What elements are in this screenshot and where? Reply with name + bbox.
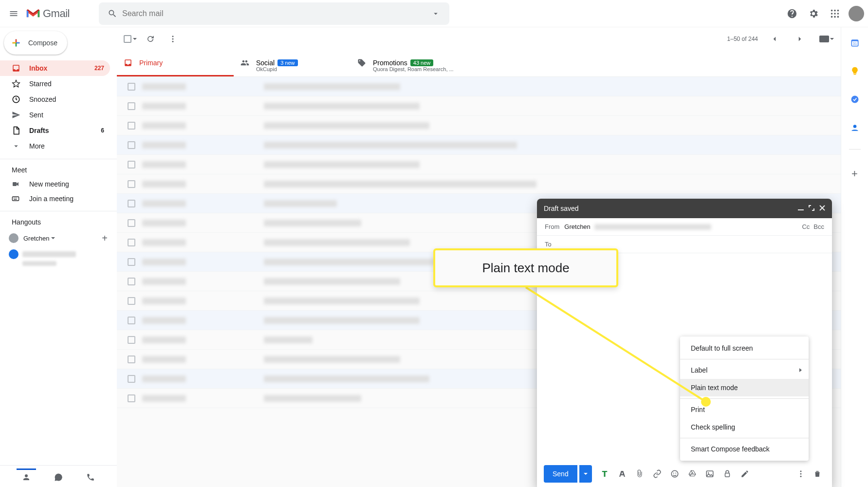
hangouts-user-row[interactable]: Gretchen + (0, 229, 117, 247)
sidebar-item-snoozed[interactable]: Snoozed (0, 92, 110, 107)
meet-new-meeting[interactable]: New meeting (0, 177, 117, 191)
checkbox-icon[interactable] (128, 180, 135, 188)
menu-item-label[interactable]: Label (680, 361, 809, 379)
search-options-button[interactable] (426, 4, 445, 23)
contacts-addon[interactable] (845, 118, 865, 137)
checkbox-icon[interactable] (128, 278, 135, 285)
checkbox-icon[interactable] (128, 219, 135, 227)
svg-point-20 (172, 41, 174, 42)
redacted-subject (264, 375, 429, 382)
newer-button[interactable] (766, 30, 783, 48)
person-icon (22, 473, 31, 482)
compose-plus-icon (11, 37, 21, 48)
tab-promotions[interactable]: Promotions43 newQuora Digest, Roam Resea… (351, 51, 467, 76)
text-style-button[interactable] (614, 466, 630, 482)
send-options-button[interactable] (579, 465, 592, 483)
checkbox-icon[interactable] (128, 375, 135, 383)
checkbox-icon[interactable] (128, 122, 135, 130)
link-button[interactable] (649, 466, 665, 482)
confidential-button[interactable] (720, 466, 735, 482)
menu-item-label: Check spelling (691, 423, 735, 431)
checkbox-icon[interactable] (128, 317, 135, 324)
sidebar-item-more[interactable]: More (0, 138, 110, 154)
drive-button[interactable] (684, 466, 700, 482)
compose-button[interactable]: Compose (4, 31, 67, 55)
checkbox-icon[interactable] (128, 239, 135, 246)
menu-item-default-to-full-screen[interactable]: Default to full screen (680, 339, 809, 357)
input-tools-button[interactable] (816, 30, 834, 48)
attach-button[interactable] (632, 466, 647, 482)
checkbox-icon[interactable] (128, 102, 135, 110)
phone-tab-button[interactable] (81, 468, 100, 484)
image-button[interactable] (702, 466, 718, 482)
older-button[interactable] (791, 30, 809, 48)
mail-row[interactable] (117, 155, 841, 174)
contacts-icon (850, 123, 860, 132)
tab-social[interactable]: Social3 newOkCupid (234, 51, 351, 76)
checkbox-icon[interactable] (128, 200, 135, 207)
select-all-checkbox[interactable] (124, 35, 137, 43)
bcc-button[interactable]: Bcc (813, 223, 824, 230)
get-addons-button[interactable]: + (845, 164, 865, 184)
mail-row[interactable] (117, 96, 841, 116)
tab-primary[interactable]: Primary (117, 51, 234, 76)
checkbox-icon[interactable] (128, 161, 135, 169)
send-button[interactable]: Send (544, 465, 577, 483)
sidebar-item-drafts[interactable]: Drafts 6 (0, 123, 110, 138)
refresh-button[interactable] (142, 30, 159, 48)
sidebar-item-inbox[interactable]: Inbox 227 (0, 60, 110, 76)
settings-button[interactable] (804, 4, 823, 23)
signature-button[interactable] (737, 466, 753, 482)
search-icon[interactable] (103, 4, 122, 23)
meet-join-a-meeting[interactable]: Join a meeting (0, 191, 117, 206)
main-menu-button[interactable] (4, 4, 23, 23)
checkbox-icon[interactable] (128, 83, 135, 91)
mail-row[interactable] (117, 135, 841, 155)
calendar-addon[interactable]: 31 (845, 33, 865, 53)
search-bar[interactable] (99, 2, 449, 25)
apps-button[interactable] (825, 4, 845, 23)
more-options-button[interactable] (793, 466, 809, 482)
hangouts-contact[interactable] (9, 249, 117, 259)
sidebar-item-sent[interactable]: Sent (0, 107, 110, 123)
compose-header[interactable]: Draft saved (537, 199, 832, 218)
chat-tab-button[interactable] (17, 468, 36, 484)
menu-item-plain-text-mode[interactable]: Plain text mode (680, 379, 809, 396)
account-avatar[interactable] (849, 6, 864, 21)
minimize-button[interactable] (798, 205, 804, 212)
sidebar-item-starred[interactable]: Starred (0, 76, 110, 92)
checkbox-icon[interactable] (128, 141, 135, 149)
checkbox-icon[interactable] (128, 336, 135, 344)
checkbox-icon[interactable] (128, 258, 135, 266)
keep-addon[interactable] (845, 61, 865, 81)
formatting-button[interactable] (597, 466, 612, 482)
more-button[interactable] (164, 30, 182, 48)
checkbox-icon[interactable] (128, 297, 135, 305)
nav-label: Starred (29, 80, 104, 88)
menu-separator (680, 398, 809, 399)
mail-row[interactable] (117, 77, 841, 96)
from-row[interactable]: From Gretchen Cc Bcc (537, 218, 832, 236)
more-vert-icon (796, 469, 805, 478)
mail-row[interactable] (117, 174, 841, 194)
search-input[interactable] (122, 9, 426, 18)
discard-button[interactable] (810, 466, 825, 482)
checkbox-icon[interactable] (128, 356, 135, 363)
nav-label: Sent (29, 111, 104, 119)
menu-item-check-spelling[interactable]: Check spelling (680, 418, 809, 436)
gmail-logo[interactable]: Gmail (25, 7, 70, 20)
checkbox-icon[interactable] (128, 394, 135, 402)
menu-item-print[interactable]: Print (680, 401, 809, 418)
fullscreen-button[interactable] (809, 205, 814, 212)
mail-row[interactable] (117, 116, 841, 135)
close-button[interactable] (819, 205, 825, 212)
support-button[interactable] (782, 4, 802, 23)
emoji-button[interactable] (667, 466, 683, 482)
tasks-addon[interactable] (845, 90, 865, 109)
new-chat-button[interactable]: + (98, 232, 111, 244)
redacted-sender (142, 181, 186, 187)
hangouts-tab-button[interactable] (49, 468, 68, 484)
cc-button[interactable]: Cc (802, 223, 810, 230)
menu-item-smart-compose-feedback[interactable]: Smart Compose feedback (680, 440, 809, 458)
side-panel: 31 + (841, 27, 868, 487)
